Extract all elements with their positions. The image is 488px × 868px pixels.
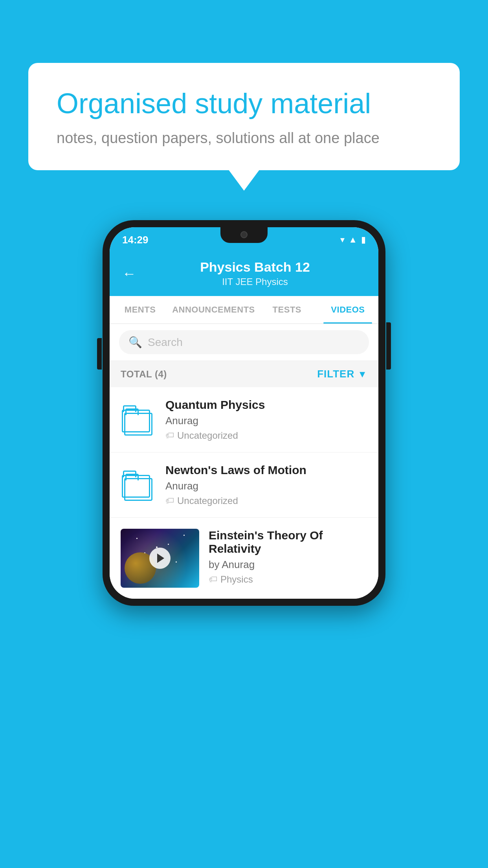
app-header: ← Physics Batch 12 IIT JEE Physics — [110, 252, 378, 296]
notch — [220, 227, 268, 243]
folder-icon — [122, 404, 155, 436]
search-placeholder: Search — [148, 336, 183, 349]
list-item[interactable]: Einstein's Theory Of Relativity by Anura… — [110, 518, 378, 599]
tab-tests[interactable]: TESTS — [257, 296, 317, 324]
video-author: Anurag — [165, 480, 367, 492]
header-title: Physics Batch 12 — [144, 259, 366, 275]
video-info: Quantum Physics Anurag 🏷 Uncategorized — [165, 398, 367, 441]
battery-icon: ▮ — [361, 235, 366, 245]
filter-button[interactable]: FILTER ▼ — [317, 368, 367, 380]
video-author: Anurag — [165, 415, 367, 427]
search-container: 🔍 Search — [110, 324, 378, 361]
filter-label: FILTER — [317, 368, 354, 380]
filter-icon: ▼ — [358, 369, 367, 380]
tab-announcements[interactable]: ANNOUNCEMENTS — [171, 296, 257, 324]
bubble-title: Organised study material — [57, 86, 431, 120]
total-count: TOTAL (4) — [121, 369, 167, 380]
video-tag: 🏷 Uncategorized — [165, 495, 367, 506]
tag-label: Uncategorized — [177, 430, 238, 441]
header-center: Physics Batch 12 IIT JEE Physics — [144, 259, 366, 287]
tag-icon: 🏷 — [209, 574, 217, 585]
tag-label: Uncategorized — [177, 495, 238, 506]
video-title: Einstein's Theory Of Relativity — [209, 529, 367, 555]
search-icon: 🔍 — [128, 336, 142, 349]
video-title: Newton's Laws of Motion — [165, 463, 367, 477]
play-icon — [157, 554, 164, 563]
video-thumb — [121, 467, 156, 503]
status-bar: 14:29 ▾ ▲ ▮ — [110, 227, 378, 252]
list-item[interactable]: Newton's Laws of Motion Anurag 🏷 Uncateg… — [110, 452, 378, 518]
header-subtitle: IIT JEE Physics — [144, 276, 366, 287]
search-bar[interactable]: 🔍 Search — [119, 330, 369, 354]
phone-outer: 14:29 ▾ ▲ ▮ ← Physics Batch 12 IIT JEE P… — [103, 220, 385, 606]
back-button[interactable]: ← — [122, 267, 136, 281]
video-tag: 🏷 Uncategorized — [165, 430, 367, 441]
tab-ments[interactable]: MENTS — [110, 296, 171, 324]
camera-icon — [240, 231, 248, 238]
status-time: 14:29 — [122, 234, 149, 246]
phone-mockup: 14:29 ▾ ▲ ▮ ← Physics Batch 12 IIT JEE P… — [103, 220, 385, 606]
status-icons: ▾ ▲ ▮ — [340, 235, 366, 245]
play-button[interactable] — [149, 548, 171, 569]
tag-icon: 🏷 — [165, 430, 174, 441]
video-info: Newton's Laws of Motion Anurag 🏷 Uncateg… — [165, 463, 367, 506]
video-thumbnail — [121, 529, 199, 588]
tab-videos[interactable]: VIDEOS — [317, 296, 378, 324]
filter-bar: TOTAL (4) FILTER ▼ — [110, 361, 378, 387]
video-list: Quantum Physics Anurag 🏷 Uncategorized — [110, 387, 378, 599]
bubble-subtitle: notes, question papers, solutions all at… — [57, 130, 431, 147]
speech-bubble: Organised study material notes, question… — [28, 63, 460, 170]
tag-label: Physics — [220, 574, 253, 585]
speech-bubble-container: Organised study material notes, question… — [28, 63, 460, 170]
video-thumb — [121, 402, 156, 438]
video-author: by Anurag — [209, 559, 367, 571]
video-tag: 🏷 Physics — [209, 574, 367, 585]
tag-icon: 🏷 — [165, 496, 174, 506]
phone-screen: 14:29 ▾ ▲ ▮ ← Physics Batch 12 IIT JEE P… — [110, 227, 378, 599]
list-item[interactable]: Quantum Physics Anurag 🏷 Uncategorized — [110, 387, 378, 452]
wifi-icon: ▾ — [340, 235, 345, 245]
video-info: Einstein's Theory Of Relativity by Anura… — [209, 529, 367, 585]
video-title: Quantum Physics — [165, 398, 367, 412]
tabs-bar: MENTS ANNOUNCEMENTS TESTS VIDEOS — [110, 296, 378, 324]
signal-icon: ▲ — [349, 235, 357, 245]
folder-icon — [122, 469, 155, 501]
